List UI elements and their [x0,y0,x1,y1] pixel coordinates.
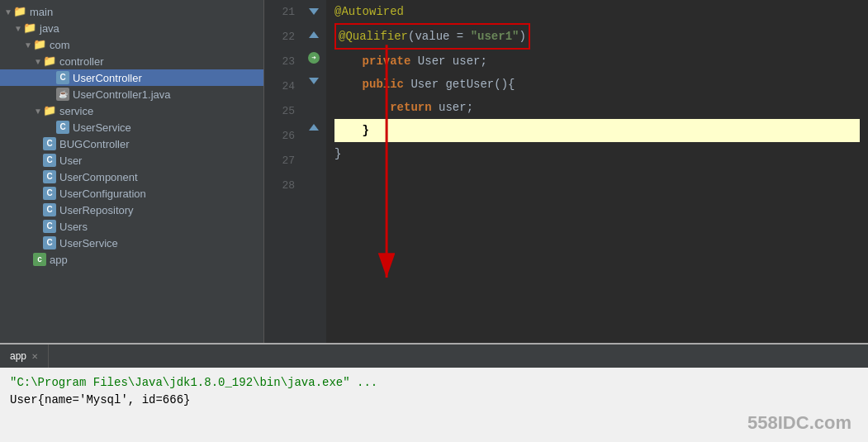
tree-item-userrepository[interactable]: C UserRepository [0,202,263,218]
code-line-23: private User user; [334,50,860,73]
qualifier-paren-close: ) [519,30,525,43]
tree-item-main[interactable]: ▼ 📁 main [0,3,263,20]
var-user: user [453,55,481,68]
code-line-28 [334,165,860,188]
tree-label-usercomponent: UserComponent [59,171,138,183]
tree-arrow-controller: ▼ [33,57,43,66]
gutter-down-icon-24 [309,78,319,84]
tree-item-userservice[interactable]: C UserService [0,235,263,251]
code-editor: 21 22 23 24 25 26 27 28 ➜ [264,0,868,343]
tree-label-user: User [59,154,82,167]
tree-item-usercomponent[interactable]: C UserComponent [0,169,263,185]
line-num-24: 24 [264,74,295,99]
gutter-22 [301,23,326,46]
kw-public: public [363,78,404,91]
line-num-21: 21 [264,0,295,25]
tree-item-app[interactable]: c app [0,251,263,268]
tree-item-bugcontroller[interactable]: C BUGController [0,135,263,152]
class-icon-userrepository: C [43,203,56,216]
gutter-24 [301,69,326,93]
line-num-22: 22 [264,25,295,50]
code-line-26: } [334,119,860,142]
line-num-23: 23 [264,50,295,74]
kw-return: return [390,101,431,114]
gutter-arrow-icon-23: ➜ [308,52,320,64]
folder-icon-service: 📁 [43,104,56,117]
type-user-1: User [418,55,446,68]
tree-label-usercontroller: UserController [73,72,142,84]
console-line-2: User{name='Mysql', id=666} [10,392,858,409]
class-icon-usercomponent: C [43,170,56,183]
tree-item-userconfiguration[interactable]: C UserConfiguration [0,185,263,202]
tree-label-com: com [50,39,70,51]
tree-item-usercontroller1[interactable]: ☕ UserController1.java [0,86,263,102]
gutter-26 [301,116,326,139]
tree-label-usercontroller1: UserController1.java [73,88,171,101]
gutter-23: ➜ [301,46,326,69]
tree-item-user[interactable]: C User [0,152,263,169]
java-icon-uc1: ☕ [56,88,69,101]
folder-icon-com: 📁 [33,38,46,51]
folder-icon-java: 📁 [23,21,36,35]
tree-item-service[interactable]: ▼ 📁 service [0,102,263,119]
tree-arrow-java: ▼ [13,24,23,33]
line-num-25: 25 [264,99,295,124]
code-line-21: @Autowired [334,0,860,23]
tree-item-com[interactable]: ▼ 📁 com [0,36,263,53]
tree-label-userrepository: UserRepository [59,204,134,216]
code-container: 21 22 23 24 25 26 27 28 ➜ [264,0,868,343]
console-output: "C:\Program Files\Java\jdk1.8.0_192\bin\… [0,368,868,442]
line-num-27: 27 [264,149,295,173]
code-line-22: @Qualifier(value = "user1") [334,23,860,50]
folder-icon-controller: 📁 [43,55,56,68]
tree-arrow-service: ▼ [33,107,43,116]
qualifier-box: @Qualifier(value = "user1") [334,23,530,50]
tree-item-java[interactable]: ▼ 📁 java [0,20,263,36]
type-user-2: User [410,78,439,91]
tree-label-users: Users [59,221,88,233]
tree-label-service: service [59,105,93,117]
editor-gutter: ➜ [301,0,326,343]
qualifier-value-str: "user1" [471,30,519,43]
code-text-area[interactable]: @Autowired @Qualifier(value = "user1") p… [326,0,868,343]
tree-label-bugcontroller: BUGController [59,138,130,150]
line-num-28: 28 [264,173,295,198]
line-num-26: 26 [264,124,295,149]
class-icon-bugcontroller: C [43,137,56,150]
code-line-25: return user; [334,96,860,119]
class-icon-userservice-inner: C [56,121,69,134]
tab-app[interactable]: app ✕ [0,345,49,368]
tree-arrow-com: ▼ [23,40,33,50]
code-line-24: public User getUser(){ [334,73,860,96]
tab-app-label: app [10,350,26,362]
tree-label-userconfiguration: UserConfiguration [59,188,146,200]
folder-icon-main: 📁 [13,5,26,18]
tree-label-main: main [30,6,53,18]
console-line-1: "C:\Program Files\Java\jdk1.8.0_192\bin\… [10,374,858,392]
class-icon-user: C [43,154,56,167]
qualifier-value-key: value = [415,30,470,43]
gutter-27 [301,139,326,162]
bottom-panel: app ✕ "C:\Program Files\Java\jdk1.8.0_19… [0,343,868,442]
tree-item-usercontroller[interactable]: C UserController [0,69,263,86]
tree-label-controller: controller [59,55,103,68]
gutter-up-icon-26 [309,124,319,131]
tree-arrow-main: ▼ [3,7,13,17]
class-icon-userconfiguration: C [43,187,56,200]
class-icon-users: C [43,220,56,233]
tree-item-controller[interactable]: ▼ 📁 controller [0,53,263,69]
tree-item-userservice-inner[interactable]: C UserService [0,119,263,135]
class-icon-app: c [33,253,46,266]
gutter-down-icon-21 [309,8,319,15]
tree-item-users[interactable]: C Users [0,218,263,235]
tab-close-icon[interactable]: ✕ [31,352,38,361]
tree-label-app: app [50,254,68,266]
return-user: user; [439,101,473,114]
annotation-qualifier: @Qualifier [339,30,408,43]
closing-brace-1: } [363,124,369,137]
tree-label-userservice-inner: UserService [73,121,131,134]
annotation-autowired: @Autowired [334,5,404,18]
watermark: 558IDC.com [747,412,851,434]
tree-label-java: java [40,22,59,35]
bottom-tabs: app ✕ [0,345,868,368]
